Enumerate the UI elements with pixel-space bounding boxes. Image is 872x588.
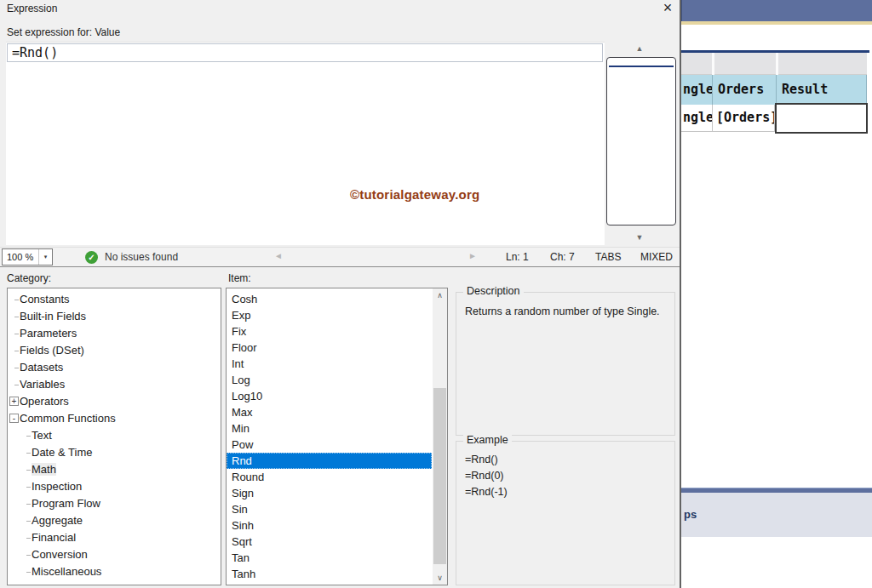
expression-dialog: Expression × Set expression for: Value =… (0, 0, 681, 588)
table-header-cell[interactable]: Orders (713, 75, 777, 105)
scroll-down-icon[interactable]: ▼ (628, 231, 651, 243)
chevron-down-icon[interactable]: ▾ (38, 249, 52, 265)
app-title-bar (681, 0, 872, 21)
item-pow[interactable]: Pow (227, 437, 432, 453)
table-header-cell[interactable]: ngle (681, 75, 713, 105)
category-item-constants[interactable]: Constants (8, 291, 221, 308)
scrollbar-down-icon[interactable]: ∨ (433, 571, 447, 585)
category-item-program-flow[interactable]: Program Flow (8, 495, 221, 512)
item-fix[interactable]: Fix (227, 323, 432, 340)
plus-expander-icon[interactable]: + (9, 397, 19, 406)
minus-expander-icon[interactable]: - (9, 414, 19, 423)
scrollbar-thumb[interactable] (433, 388, 446, 564)
category-label: Category: (7, 272, 51, 284)
category-item-financial[interactable]: Financial (8, 529, 221, 546)
item-cosh[interactable]: Cosh (227, 291, 432, 307)
set-expression-label: Set expression for: Value (7, 26, 120, 38)
category-item-text[interactable]: Text (8, 427, 221, 444)
item-floor[interactable]: Floor (227, 340, 432, 356)
close-icon[interactable]: × (657, 0, 678, 17)
category-tree[interactable]: Constants Built-in Fields Parameters Fie… (7, 288, 221, 585)
tabs-indicator: TABS (595, 251, 621, 263)
category-item-conversion[interactable]: Conversion (8, 546, 221, 563)
category-item-fields-dset[interactable]: Fields (DSet) (8, 342, 221, 359)
next-arrow-icon[interactable]: ► (468, 251, 477, 260)
editor-scrollbar-thumb[interactable] (609, 66, 674, 67)
editor-status-bar: 100 % ▾ ✓ No issues found ◄ ► Ln: 1 Ch: … (0, 247, 680, 267)
item-sign[interactable]: Sign (227, 485, 432, 501)
item-label: Item: (228, 272, 251, 284)
category-item-variables[interactable]: Variables (8, 376, 221, 393)
category-item-date-time[interactable]: Date & Time (8, 444, 221, 461)
category-item-common-functions[interactable]: - Common Functions (8, 410, 221, 427)
grouping-pane: ps (681, 493, 872, 537)
table-header-cell[interactable]: Result (777, 75, 867, 105)
category-item-datasets[interactable]: Datasets (8, 359, 221, 376)
selected-result-cell[interactable] (775, 103, 868, 134)
accent-strip (681, 21, 872, 25)
zoom-select[interactable]: 100 % ▾ (2, 248, 53, 265)
dialog-title: Expression (7, 3, 57, 14)
scroll-up-icon[interactable]: ▲ (628, 43, 651, 54)
example-title: Example (463, 434, 512, 446)
item-int[interactable]: Int (227, 356, 432, 372)
screen: ngle Orders Result ngle [Orders] ps Expr… (0, 0, 872, 588)
column-handle-separator (776, 53, 778, 75)
prev-arrow-icon[interactable]: ◄ (274, 251, 283, 260)
item-log10[interactable]: Log10 (227, 388, 432, 404)
char-indicator: Ch: 7 (550, 251, 575, 263)
column-handle-separator (712, 53, 714, 75)
editor-scrollbar-track[interactable] (606, 57, 676, 225)
item-list-scrollbar[interactable]: ∧ ∨ (433, 288, 447, 585)
table-data-cell[interactable]: ngle (681, 105, 713, 131)
example-line: =Rnd(-1) (465, 484, 668, 500)
expression-text[interactable]: =Rnd() (12, 44, 58, 62)
example-groupbox: Example =Rnd() =Rnd(0) =Rnd(-1) (456, 441, 675, 585)
description-title: Description (463, 285, 524, 297)
item-log[interactable]: Log (227, 372, 432, 388)
example-line: =Rnd(0) (465, 468, 668, 484)
item-max[interactable]: Max (227, 404, 432, 420)
table-header-row: ngle Orders Result (681, 75, 867, 105)
item-rnd-selected[interactable]: Rnd (227, 453, 432, 469)
item-min[interactable]: Min (227, 420, 432, 437)
background-app-region: ngle Orders Result ngle [Orders] ps (680, 0, 872, 588)
example-line: =Rnd() (465, 452, 668, 468)
current-line-box[interactable]: =Rnd() (7, 43, 603, 62)
category-item-math[interactable]: Math (8, 461, 221, 478)
grouping-pane-label: ps (684, 508, 697, 521)
mixed-indicator: MIXED (640, 251, 673, 263)
status-message: No issues found (105, 251, 178, 263)
description-groupbox: Description Returns a random number of t… (456, 292, 675, 436)
table-data-row: ngle [Orders] (681, 105, 867, 132)
table-column-handles[interactable] (681, 53, 867, 75)
category-item-miscellaneous[interactable]: Miscellaneous (8, 563, 221, 580)
category-item-parameters[interactable]: Parameters (8, 325, 221, 342)
category-item-aggregate[interactable]: Aggregate (8, 512, 221, 529)
item-sin[interactable]: Sin (227, 501, 432, 517)
item-tanh[interactable]: Tanh (227, 566, 432, 582)
item-sinh[interactable]: Sinh (227, 517, 432, 534)
example-body: =Rnd() =Rnd(0) =Rnd(-1) (465, 452, 668, 500)
category-item-operators[interactable]: + Operators (8, 393, 221, 410)
category-item-built-in-fields[interactable]: Built-in Fields (8, 308, 221, 325)
item-list[interactable]: Cosh Exp Fix Floor Int Log Log10 Max Min… (226, 288, 448, 585)
line-indicator: Ln: 1 (506, 251, 529, 263)
scrollbar-up-icon[interactable]: ∧ (433, 288, 447, 302)
item-round[interactable]: Round (227, 469, 432, 485)
watermark-text: ©tutorialgateway.org (350, 187, 479, 202)
category-item-inspection[interactable]: Inspection (8, 478, 221, 495)
status-ok-icon: ✓ (85, 251, 98, 264)
expression-editor[interactable]: =Rnd() ©tutorialgateway.org (6, 42, 605, 245)
description-text: Returns a random number of type Single. (465, 303, 668, 320)
item-exp[interactable]: Exp (227, 307, 432, 323)
item-tan[interactable]: Tan (227, 550, 432, 566)
item-sqrt[interactable]: Sqrt (227, 534, 432, 550)
table-data-cell[interactable]: [Orders] (713, 105, 775, 131)
zoom-value: 100 % (7, 249, 33, 265)
